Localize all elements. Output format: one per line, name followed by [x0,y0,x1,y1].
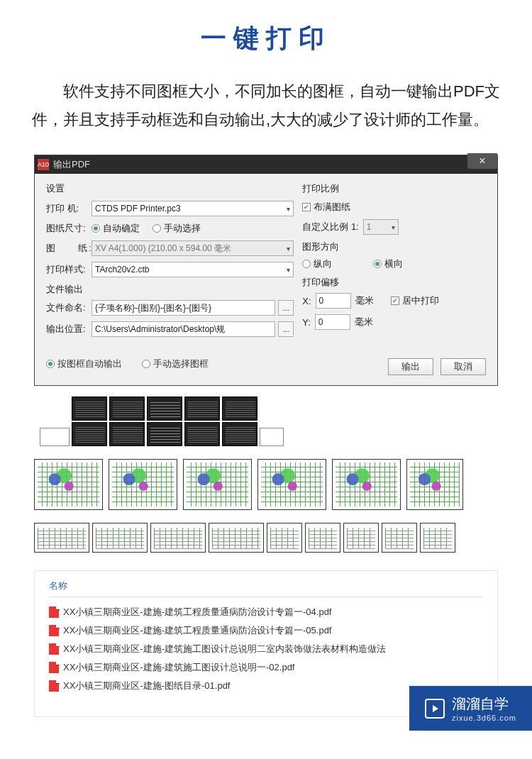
watermark-sub: zixue.3d66.com [452,714,516,722]
offset-x-input[interactable]: 0 [316,293,351,309]
radio-icon [46,360,55,368]
page-description: 软件支持不同图框大小，不同加长的图框，自动一键输出PDF文件，并且支持手动框选和… [0,70,532,148]
radio-icon [142,360,150,368]
export-pdf-dialog: A10 输出PDF × 设置 打印 机: CTDS PDF Printer.pc… [34,155,498,386]
offset-y-unit: 毫米 [355,316,373,328]
thumb-item [222,422,257,446]
offset-y-label: Y: [302,317,311,328]
scale-group-label: 打印比例 [302,182,486,195]
printer-label: 打印 机: [46,202,92,215]
output-by-frame-radio[interactable]: 按图框自动输出 [46,358,122,370]
plotstyle-combo[interactable]: TArch20v2.ctb [92,262,294,277]
file-item[interactable]: XX小镇三期商业区-建施-建筑工程质量通病防治设计专篇一-05.pdf [49,621,483,640]
thumb-item [183,459,252,510]
offset-y-input[interactable]: 0 [315,314,350,330]
customscale-label: 自定义比例 1: [302,221,358,233]
printer-combo[interactable]: CTDS PDF Printer.pc3 [92,201,294,216]
thumb-item [72,422,107,446]
papersize-manual-radio[interactable]: 手动选择 [153,222,201,235]
thumb-item [260,428,284,446]
manual-select-frame-radio[interactable]: 手动选择图框 [142,358,209,370]
pdf-icon [49,625,59,636]
radio-icon [153,224,161,233]
site-watermark: 溜溜自学 zixue.3d66.com [409,686,532,731]
drawing-thumbnails [34,397,498,553]
thumb-item [147,422,182,446]
filename-browse-button[interactable]: ... [278,300,294,316]
paper-label: 图 纸: [46,242,92,255]
portrait-radio[interactable]: 纵向 [302,257,332,270]
radio-icon [373,260,382,268]
outputpath-input[interactable]: C:\Users\Administrator\Desktop\规 [92,321,275,337]
direction-group-label: 图形方向 [302,240,486,253]
papersize-auto-radio[interactable]: 自动确定 [92,222,140,235]
play-icon [425,699,445,719]
thumb-item [382,523,417,553]
file-list-header: 名称 [49,580,483,597]
close-button[interactable]: × [467,153,497,169]
pdf-icon [49,662,59,673]
pdf-icon [49,606,59,618]
radio-icon [92,224,100,233]
thumb-item [109,459,177,510]
offset-x-unit: 毫米 [355,294,374,307]
thumb-item [267,523,302,553]
thumb-item [209,523,264,553]
thumb-item [109,422,145,446]
thumb-item [332,459,401,510]
center-on-paper-checkbox[interactable]: 居中打印 [391,294,439,307]
watermark-main: 溜溜自学 [452,696,509,711]
plotstyle-label: 打印样式: [46,263,92,276]
radio-icon [302,260,311,268]
thumb-item [34,459,103,510]
thumb-item [34,523,89,553]
cancel-button[interactable]: 取消 [440,358,486,375]
checkbox-icon [391,297,399,305]
thumb-item [109,397,145,421]
dialog-title: 输出PDF [53,158,90,171]
customscale-combo[interactable]: 1 [363,219,399,235]
checkbox-icon [302,203,311,211]
papersize-label: 图纸尺寸: [46,222,92,235]
fileout-group-label: 文件输出 [46,283,294,296]
outputpath-label: 输出位置: [46,323,92,336]
paper-combo[interactable]: XV A4(1.000) (210.00 x 594.00 毫米 [92,240,294,256]
filename-label: 文件命名: [46,301,92,314]
thumb-item [92,523,148,553]
thumb-item [222,397,257,421]
page-title: 一键打印 [0,0,532,70]
file-item[interactable]: XX小镇三期商业区-建施-建筑施工图设计总说明一-02.pdf [49,658,483,677]
thumb-item [406,459,463,510]
thumb-item [147,397,182,421]
thumb-item [184,422,220,446]
thumb-item [257,459,326,510]
file-item[interactable]: XX小镇三期商业区-建施-建筑施工图设计总说明二室内装饰做法表材料构造做法 [49,640,483,658]
pdf-icon [49,680,59,692]
thumb-item [150,523,206,553]
app-icon: A10 [38,159,49,170]
thumb-item [305,523,340,553]
file-item[interactable]: XX小镇三期商业区-建施-建筑工程质量通病防治设计专篇一-04.pdf [49,603,483,621]
thumb-item [420,523,455,553]
filename-input[interactable]: {子项名称}-{图别}-{图名}-{图号} [92,300,275,316]
fillpaper-checkbox[interactable]: 布满图纸 [302,201,350,214]
export-button[interactable]: 输出 [388,358,433,375]
thumb-item [72,397,107,421]
thumb-item [184,397,220,421]
thumb-item [40,428,70,446]
dialog-titlebar: A10 输出PDF × [35,155,497,174]
landscape-radio[interactable]: 横向 [373,257,403,270]
outputpath-browse-button[interactable]: ... [278,321,294,337]
settings-group-label: 设置 [46,182,294,195]
thumb-item [343,523,379,553]
pdf-icon [49,643,59,655]
offset-group-label: 打印偏移 [302,276,486,289]
offset-x-label: X: [302,296,311,306]
